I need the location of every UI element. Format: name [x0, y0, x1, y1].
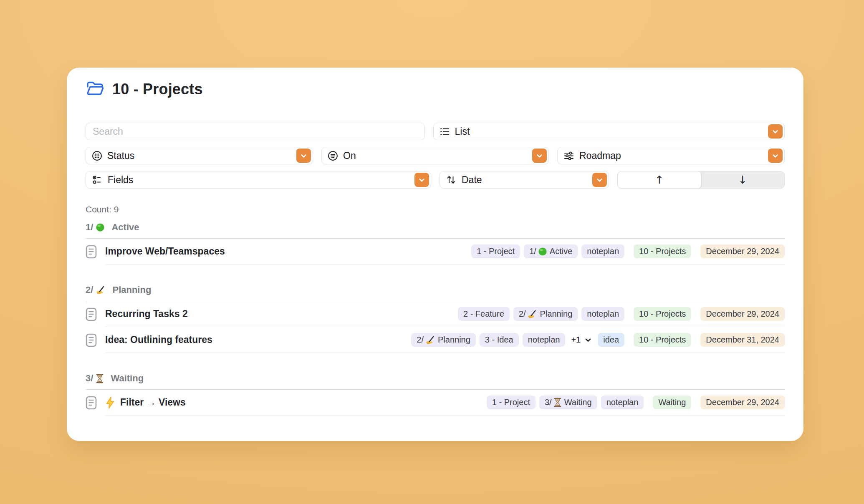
count-label: Count: 9 — [86, 204, 785, 214]
list-item[interactable]: Idea: Outlining features 2/Planning3 - I… — [86, 327, 785, 353]
list-item[interactable]: Improve Web/Teamspaces 1 - Project1/Acti… — [86, 239, 785, 265]
group-prefix: 1/ — [86, 222, 93, 233]
row-main: Recurring Tasks 2 2 - Feature2/Planningn… — [105, 301, 785, 327]
page-title: 10 - Projects — [112, 81, 203, 98]
tag[interactable]: idea — [598, 333, 624, 347]
row-title-text: Recurring Tasks 2 — [105, 308, 188, 320]
fields-selector-label: Fields — [108, 174, 133, 186]
open-folder-icon — [86, 80, 104, 98]
row-tags: 2 - Feature2/Planningnoteplan10 - Projec… — [454, 307, 785, 321]
group-label: Waiting — [108, 373, 144, 384]
tag[interactable]: 1 - Project — [471, 244, 520, 258]
row-tags: 2/Planning3 - Ideanoteplan+1idea10 - Pro… — [407, 333, 785, 347]
filter-on-label: On — [343, 150, 356, 161]
tag[interactable]: 3 - Idea — [480, 333, 519, 347]
filter-on[interactable]: On — [321, 147, 549, 164]
tag[interactable]: noteplan — [581, 307, 624, 321]
search-input[interactable] — [86, 123, 425, 140]
tag[interactable]: December 31, 2024 — [700, 333, 785, 347]
list-item[interactable]: Recurring Tasks 2 2 - Feature2/Planningn… — [86, 301, 785, 327]
row-title: Recurring Tasks 2 — [105, 308, 188, 320]
note-icon — [86, 239, 97, 265]
zap-icon — [105, 396, 115, 409]
tag[interactable]: December 29, 2024 — [700, 396, 785, 409]
filter-status-label: Status — [107, 150, 134, 161]
filter-roadmap-label: Roadmap — [579, 150, 621, 161]
sort-updown-icon — [446, 174, 457, 185]
list-item[interactable]: Filter → Views 1 - Project3/Waitingnotep… — [86, 390, 785, 416]
writing-hand-icon — [425, 335, 435, 345]
row-main: Improve Web/Teamspaces 1 - Project1/Acti… — [105, 239, 785, 265]
toolbar-row-2: Status On — [86, 147, 785, 164]
group-prefix: 2/ — [86, 285, 93, 295]
tag[interactable]: noteplan — [581, 244, 624, 258]
row-title-text: Improve Web/Teamspaces — [105, 246, 225, 257]
chevron-down-button[interactable] — [414, 173, 429, 187]
more-tags-expander[interactable]: +1 — [571, 335, 592, 345]
group-emoji-icon — [96, 374, 104, 383]
row-title-text: Filter → Views — [120, 397, 186, 408]
tag[interactable]: 10 - Projects — [634, 244, 691, 258]
filter-roadmap[interactable]: Roadmap — [557, 147, 785, 164]
tag[interactable]: December 29, 2024 — [700, 307, 785, 321]
group-label: Active — [109, 222, 139, 233]
tag[interactable]: 1/Active — [524, 244, 578, 258]
row-title-text: Idea: Outlining features — [105, 334, 212, 345]
note-icon — [86, 301, 97, 327]
view-selector-label: List — [455, 126, 470, 137]
filter-status[interactable]: Status — [86, 147, 313, 164]
chevron-down-button[interactable] — [768, 149, 783, 163]
note-icon — [86, 327, 97, 353]
toolbar-row-1: List — [86, 123, 785, 140]
group-emoji-icon — [96, 223, 105, 232]
green-circle-icon — [538, 247, 547, 256]
tag[interactable]: 2/Planning — [411, 333, 476, 347]
row-main: Idea: Outlining features 2/Planning3 - I… — [105, 327, 785, 353]
row-tags: 1 - Project3/WaitingnoteplanWaitingDecem… — [483, 396, 785, 409]
fields-selector[interactable]: Fields — [86, 171, 431, 189]
sort-field-selector[interactable]: Date — [440, 171, 609, 189]
row-title: Improve Web/Teamspaces — [105, 246, 225, 257]
group: 2/ Planning Recurring Tasks 2 2 - Featur… — [86, 285, 785, 353]
chevron-down-button[interactable] — [768, 124, 783, 139]
tag[interactable]: 3/Waiting — [539, 396, 597, 409]
group: 3/ Waiting Filter → Views 1 - Project3/W… — [86, 373, 785, 416]
chevron-down-button[interactable] — [296, 149, 311, 163]
view-selector[interactable]: List — [433, 123, 785, 140]
status-grid-icon — [92, 151, 102, 161]
tag[interactable]: noteplan — [523, 333, 566, 347]
sliders-icon — [563, 151, 574, 161]
row-title: Filter → Views — [105, 396, 186, 409]
tag[interactable]: 1 - Project — [487, 396, 536, 409]
fields-icon — [92, 174, 103, 185]
toolbar-row-3: Fields Date ↑ ↓ — [86, 171, 785, 189]
chevron-down-icon — [584, 336, 592, 344]
group-rows: Filter → Views 1 - Project3/Waitingnotep… — [86, 390, 785, 416]
tag[interactable]: 2/Planning — [513, 307, 578, 321]
tag[interactable]: 10 - Projects — [634, 307, 691, 321]
sort-field-label: Date — [462, 174, 482, 186]
row-tags: 1 - Project1/Activenoteplan10 - Projects… — [467, 244, 785, 258]
tag[interactable]: noteplan — [601, 396, 644, 409]
card-header: 10 - Projects — [86, 80, 785, 98]
group-prefix: 3/ — [86, 373, 93, 384]
group-header[interactable]: 1/ Active — [86, 222, 785, 233]
tag[interactable]: December 29, 2024 — [700, 244, 785, 258]
group-rows: Improve Web/Teamspaces 1 - Project1/Acti… — [86, 239, 785, 265]
chevron-down-button[interactable] — [592, 173, 607, 187]
group: 1/ Active Improve Web/Teamspaces 1 - Pro… — [86, 222, 785, 265]
list-icon — [440, 126, 450, 137]
row-title: Idea: Outlining features — [105, 334, 212, 345]
tag[interactable]: Waiting — [653, 396, 691, 409]
groups: 1/ Active Improve Web/Teamspaces 1 - Pro… — [86, 222, 785, 416]
group-header[interactable]: 3/ Waiting — [86, 373, 785, 384]
sort-ascending-button[interactable]: ↑ — [617, 171, 702, 189]
chevron-down-button[interactable] — [532, 149, 547, 163]
hourglass-icon — [553, 398, 562, 407]
group-header[interactable]: 2/ Planning — [86, 285, 785, 295]
group-rows: Recurring Tasks 2 2 - Feature2/Planningn… — [86, 301, 785, 353]
writing-hand-icon — [527, 310, 537, 319]
tag[interactable]: 10 - Projects — [634, 333, 691, 347]
tag[interactable]: 2 - Feature — [458, 307, 510, 321]
sort-descending-button[interactable]: ↓ — [701, 171, 785, 188]
